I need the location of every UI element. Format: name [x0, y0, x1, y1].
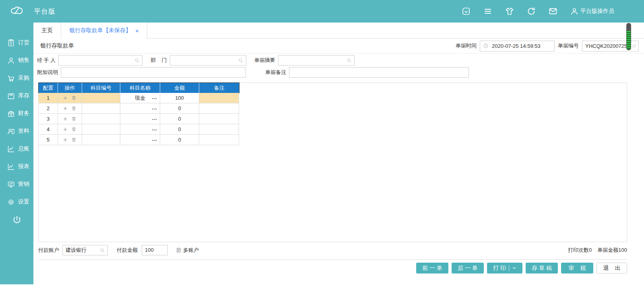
cell-account-name[interactable]: … [120, 114, 160, 124]
button-label: 审 核 [568, 265, 586, 272]
multi-account-button[interactable]: 多账户 [176, 247, 199, 254]
summary-input[interactable] [278, 55, 355, 66]
cell-remark[interactable] [199, 135, 239, 145]
cart-icon [7, 74, 15, 82]
add-row-icon[interactable]: + [63, 95, 67, 101]
delete-row-icon[interactable] [71, 116, 76, 121]
scrollbar-thumb[interactable] [626, 23, 631, 50]
remark-input[interactable] [289, 67, 469, 78]
dept-input[interactable] [170, 55, 246, 66]
cell-account-code[interactable] [82, 114, 120, 124]
lookup-dots-button[interactable]: … [152, 115, 157, 121]
table-row[interactable]: 5 + … 0 [39, 135, 239, 145]
lookup-dots-button[interactable]: … [152, 125, 157, 132]
sidebar-item-label: 设置 [18, 198, 29, 206]
cell-amount[interactable]: 0 [160, 124, 199, 135]
pay-amount-input[interactable]: 100 [142, 245, 168, 255]
add-row-icon[interactable]: + [63, 116, 67, 122]
delete-row-icon[interactable] [71, 106, 76, 111]
cell-account-name[interactable]: … [120, 103, 160, 114]
refresh-icon[interactable] [526, 6, 536, 16]
cell-remark[interactable] [199, 103, 239, 114]
extra-input[interactable] [61, 67, 246, 78]
cell-account-code[interactable] [82, 93, 120, 103]
cell-remark[interactable] [199, 124, 239, 135]
sidebar-item-kucun[interactable]: 库存 [0, 87, 33, 105]
pay-account-input[interactable]: 建设银行 [62, 245, 108, 255]
sidebar-item-caigou[interactable]: 采购 [0, 69, 33, 87]
user-menu[interactable]: 平台版操作员 [570, 7, 614, 16]
lookup-dots-button[interactable]: … [152, 105, 157, 111]
table-row[interactable]: 3 + … 0 [39, 114, 239, 124]
prev-doc-button[interactable]: 前 一 单 [416, 263, 448, 274]
sidebar-item-yingxiao[interactable]: 营销 [0, 175, 33, 193]
tab-bar: 主页 银行存取款单【未保存】 × [33, 23, 644, 39]
cell-account-name[interactable]: … [120, 124, 160, 135]
row-no: 4 [39, 124, 58, 135]
table-row[interactable]: 1 + 现金 … 100 [39, 93, 239, 103]
sidebar-item-shezhi[interactable]: 设置 [0, 193, 33, 211]
doc-no-label: 单据编号 [558, 42, 579, 49]
cell-amount[interactable]: 0 [160, 135, 199, 145]
sidebar-item-caiwu[interactable]: 财务 [0, 105, 33, 122]
mail-icon[interactable] [548, 6, 558, 16]
button-label: 存 草 稿 [532, 265, 552, 272]
sidebar-item-zongzhang[interactable]: 总账 [0, 140, 33, 158]
delete-row-icon[interactable] [71, 137, 76, 142]
cell-amount[interactable]: 100 [160, 93, 199, 103]
cell-amount[interactable]: 0 [160, 114, 199, 124]
row-no: 5 [39, 135, 58, 145]
app-title: 平台版 [34, 7, 56, 16]
cell-account-name[interactable]: … [120, 135, 160, 145]
cell-account-code[interactable] [82, 103, 120, 114]
sidebar-item-xiaoshou[interactable]: 销售 [0, 51, 33, 69]
print-button[interactable]: 打 印 [487, 263, 522, 274]
regenerate-no-icon[interactable] [632, 44, 636, 49]
app-center-icon[interactable] [461, 6, 471, 16]
lookup-dots-button[interactable]: … [152, 94, 157, 100]
sidebar-item-baobiao[interactable]: 报表 [0, 158, 33, 175]
cell-amount[interactable]: 0 [160, 103, 199, 114]
search-icon[interactable] [347, 58, 352, 63]
cell-account-name[interactable]: 现金 … [120, 93, 160, 103]
doc-no-value: YHCQK202007250001 [585, 43, 630, 49]
tab-label: 主页 [41, 27, 53, 34]
table-row[interactable]: 4 + … 0 [39, 124, 239, 135]
next-doc-button[interactable]: 后 一 单 [452, 263, 484, 274]
cell-remark[interactable] [199, 114, 239, 124]
cell-account-code[interactable] [82, 135, 120, 145]
cell-remark[interactable] [199, 93, 239, 103]
search-icon[interactable] [238, 58, 244, 63]
list-icon [176, 247, 182, 253]
menu-icon[interactable] [483, 6, 493, 16]
cell-account-code[interactable] [82, 124, 120, 135]
add-row-icon[interactable]: + [63, 137, 67, 143]
table-row[interactable]: 2 + … 0 [39, 103, 239, 114]
tab-home[interactable]: 主页 [33, 23, 61, 39]
handler-input[interactable] [58, 55, 142, 66]
delete-row-icon[interactable] [71, 95, 76, 101]
exit-button[interactable]: 退 出 [597, 263, 627, 274]
sidebar-item-dinghuo[interactable]: 订货 [0, 34, 33, 51]
add-row-icon[interactable]: + [63, 126, 67, 133]
chevron-down-icon[interactable] [512, 266, 516, 270]
audit-button[interactable]: 审 核 [561, 263, 593, 274]
search-icon[interactable] [100, 248, 105, 253]
tab-label: 银行存取款单【未保存】 [69, 27, 131, 34]
close-tab-icon[interactable]: × [135, 27, 139, 34]
sidebar-item-label: 订货 [18, 39, 29, 46]
logout-button[interactable] [0, 211, 33, 229]
dept-label: 部 门 [151, 57, 167, 64]
save-draft-button[interactable]: 存 草 稿 [526, 263, 558, 274]
button-label: 打 印 [493, 265, 506, 272]
sidebar-item-ziliao[interactable]: 资料 [0, 122, 33, 140]
shirt-icon[interactable] [505, 6, 514, 16]
doc-time-input[interactable]: 2020-07-25 14:59:53 [480, 41, 555, 51]
search-icon[interactable] [134, 58, 140, 63]
row-ops: + [58, 103, 82, 114]
delete-row-icon[interactable] [71, 127, 76, 132]
multi-account-label: 多账户 [183, 247, 199, 254]
add-row-icon[interactable]: + [63, 105, 67, 112]
tab-bank-deposit[interactable]: 银行存取款单【未保存】 × [61, 23, 147, 39]
lookup-dots-button[interactable]: … [152, 136, 157, 142]
